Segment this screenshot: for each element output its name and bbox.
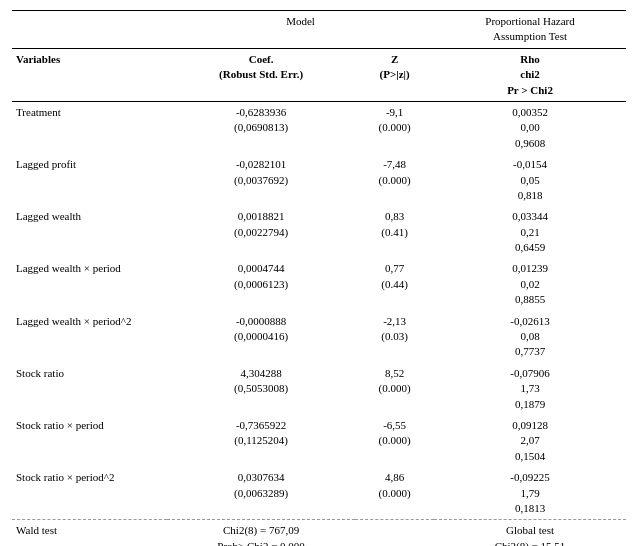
rho-value: -0,079061,730,1879 [434, 363, 626, 415]
coef-value: 0,0018821(0,0022794) [167, 206, 355, 258]
rho-value: 0,033440,210,6459 [434, 206, 626, 258]
wald-chi2: Chi2(8) = 767,09Prob> Chi2 = 0,000 [167, 520, 355, 546]
wald-label: Wald test [12, 520, 167, 546]
coef-value: -0,0000888(0,0000416) [167, 311, 355, 363]
z-value: -9,1(0.000) [355, 101, 434, 154]
rho-value: 0,091282,070,1504 [434, 415, 626, 467]
z-value: 0,83(0.41) [355, 206, 434, 258]
coef-header: Coef.(Robust Std. Err.) [167, 48, 355, 101]
table-row: Stock ratio × period^2 0,0307634(0,00632… [12, 467, 626, 520]
variable-name: Treatment [12, 101, 167, 154]
rho-header: Rhochi2Pr > Chi2 [434, 48, 626, 101]
z-value: 8,52(0.000) [355, 363, 434, 415]
coef-value: -0,7365922(0,1125204) [167, 415, 355, 467]
rho-value: 0,003520,000,9608 [434, 101, 626, 154]
variable-name: Stock ratio × period^2 [12, 467, 167, 520]
table-row: Treatment -0,6283936(0,0690813) -9,1(0.0… [12, 101, 626, 154]
model-header: Model [167, 11, 434, 49]
z-value: -2,13(0.03) [355, 311, 434, 363]
prop-hazard-header: Proportional HazardAssumption Test [434, 11, 626, 49]
wald-test-row: Wald test Chi2(8) = 767,09Prob> Chi2 = 0… [12, 520, 626, 546]
table-row: Lagged wealth 0,0018821(0,0022794) 0,83(… [12, 206, 626, 258]
table-row: Lagged profit -0,0282101(0,0037692) -7,4… [12, 154, 626, 206]
rho-value: -0,01540,050,818 [434, 154, 626, 206]
variable-name: Lagged wealth × period [12, 258, 167, 310]
coef-value: 0,0004744(0,0006123) [167, 258, 355, 310]
wald-spacer [355, 520, 434, 546]
variables-header: Variables [12, 48, 167, 101]
z-value: 0,77(0.44) [355, 258, 434, 310]
coef-value: 0,0307634(0,0063289) [167, 467, 355, 520]
coef-value: -0,0282101(0,0037692) [167, 154, 355, 206]
z-value: 4,86(0.000) [355, 467, 434, 520]
variable-name: Lagged wealth [12, 206, 167, 258]
coef-value: 4,304288(0,5053008) [167, 363, 355, 415]
rho-value: -0,026130,080,7737 [434, 311, 626, 363]
variable-name: Stock ratio [12, 363, 167, 415]
z-header: Z(P>|z|) [355, 48, 434, 101]
table-row: Stock ratio 4,304288(0,5053008) 8,52(0.0… [12, 363, 626, 415]
table-row: Lagged wealth × period^2 -0,0000888(0,00… [12, 311, 626, 363]
global-test: Global testChi2(8) = 15,51Prob> Chi2 = 0… [434, 520, 626, 546]
variable-name: Lagged profit [12, 154, 167, 206]
regression-table: Model Proportional HazardAssumption Test… [12, 10, 626, 546]
rho-value: 0,012390,020,8855 [434, 258, 626, 310]
z-value: -7,48(0.000) [355, 154, 434, 206]
table-row: Lagged wealth × period 0,0004744(0,00061… [12, 258, 626, 310]
coef-value: -0,6283936(0,0690813) [167, 101, 355, 154]
z-value: -6,55(0.000) [355, 415, 434, 467]
table-row: Stock ratio × period -0,7365922(0,112520… [12, 415, 626, 467]
variable-name: Stock ratio × period [12, 415, 167, 467]
variable-name: Lagged wealth × period^2 [12, 311, 167, 363]
rho-value: -0,092251,790,1813 [434, 467, 626, 520]
